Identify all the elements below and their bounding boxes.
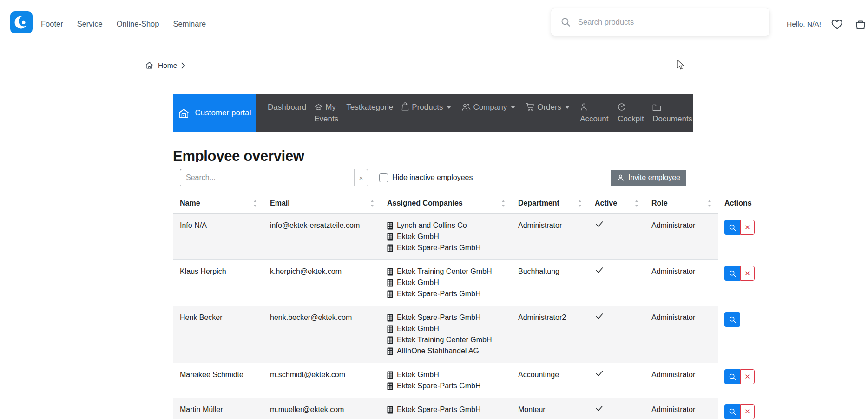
portal-nav-item-cockpit[interactable]: Cockpit	[618, 101, 644, 125]
caret-down-icon	[511, 106, 515, 109]
building-icon	[387, 244, 393, 252]
name-cell: Martin Müller	[173, 398, 263, 419]
wishlist-button[interactable]	[831, 0, 844, 48]
company-name: Ektek Training Center GmbH	[397, 266, 492, 277]
delete-employee-button[interactable]: ✕	[740, 266, 755, 281]
action-buttons: ✕	[724, 220, 755, 235]
active-cell	[588, 398, 645, 419]
view-employee-button[interactable]	[724, 220, 740, 235]
view-employee-button[interactable]	[724, 369, 740, 384]
action-buttons: ✕	[724, 404, 755, 419]
role-cell: Administrator	[645, 213, 718, 260]
column-header-department[interactable]: Department	[512, 193, 588, 214]
companies-cell: Ektek Spare-Parts GmbH	[381, 398, 512, 419]
portal-nav-item-label: Documents	[652, 114, 692, 123]
portal-nav-item-label: Testkategorie	[346, 103, 393, 112]
portal-nav-item-my-events[interactable]: My Events	[314, 101, 338, 125]
name-cell: Info N/A	[173, 213, 263, 260]
invite-employee-button[interactable]: Invite employee	[611, 170, 686, 186]
building-icon	[387, 233, 393, 241]
building-icon	[387, 371, 393, 379]
role-cell: Administrator	[645, 398, 718, 419]
product-search-input[interactable]	[577, 17, 769, 27]
company-name: AllInOne Stahlhandel AG	[397, 346, 479, 357]
company-name: Ektek GmbH	[397, 323, 439, 334]
name-cell: Klaus Herpich	[173, 260, 263, 306]
building-icon	[387, 279, 393, 287]
column-header-assigned-companies[interactable]: Assigned Companies	[381, 193, 512, 214]
company-item: AllInOne Stahlhandel AG	[387, 346, 505, 357]
sort-icon	[635, 200, 638, 207]
people-icon	[461, 103, 471, 111]
portal-nav-items: DashboardMy EventsTestkategorieProductsC…	[256, 94, 694, 132]
portal-nav-item-company[interactable]: Company	[461, 101, 518, 113]
company-item: Ektek Spare-Parts GmbH	[387, 312, 505, 323]
portal-nav-item-label: Cockpit	[618, 114, 644, 123]
home-icon[interactable]	[145, 61, 154, 70]
portal-nav-item-label: Products	[412, 103, 443, 112]
clear-search-button[interactable]: ×	[354, 169, 368, 186]
building-icon	[387, 222, 393, 230]
check-icon	[595, 404, 604, 412]
column-header-role[interactable]: Role	[645, 193, 718, 214]
folder-icon	[652, 104, 661, 111]
cart-button[interactable]	[854, 0, 867, 48]
portal-nav-item-account[interactable]: Account	[580, 101, 610, 125]
action-buttons: ✕	[724, 266, 755, 281]
column-label: Department	[518, 199, 559, 207]
name-cell: Henk Becker	[173, 306, 263, 363]
view-employee-button[interactable]	[724, 312, 740, 327]
column-label: Email	[270, 199, 290, 207]
column-header-email[interactable]: Email	[263, 193, 381, 214]
employee-search-input[interactable]	[180, 169, 355, 186]
shop-logo[interactable]	[10, 11, 33, 33]
portal-nav-item-orders[interactable]: Orders	[526, 101, 572, 113]
column-label: Role	[651, 199, 668, 207]
shopping-bag-icon	[854, 18, 867, 31]
building-icon	[387, 347, 393, 355]
active-cell	[588, 213, 645, 260]
company-name: Ektek Spare-Parts GmbH	[397, 380, 481, 392]
breadcrumb-home-link[interactable]: Home	[158, 61, 177, 70]
greeting-text: Hello, N/A!	[787, 0, 821, 48]
tab-customer-portal[interactable]: Customer portal	[173, 94, 256, 132]
cart-icon	[526, 102, 535, 111]
check-icon	[595, 312, 604, 320]
nav-link-seminare[interactable]: Seminare	[173, 20, 206, 28]
company-name: Ektek Training Center GmbH	[397, 334, 492, 346]
portal-nav-item-documents[interactable]: Documents	[652, 101, 694, 125]
column-header-name[interactable]: Name	[173, 193, 263, 214]
portal-nav-item-products[interactable]: Products	[401, 101, 454, 113]
view-employee-button[interactable]	[724, 266, 740, 281]
employee-card: × Hide inactive employees Invite employe…	[173, 162, 693, 419]
building-icon	[387, 268, 393, 276]
magnifier-icon	[729, 408, 736, 416]
column-header-active[interactable]: Active	[588, 193, 645, 214]
employee-table: NameEmailAssigned CompaniesDepartmentAct…	[173, 193, 718, 419]
portal-nav-item-dashboard[interactable]: Dashboard	[268, 101, 306, 113]
company-item: Lynch and Collins Co	[387, 220, 505, 231]
active-cell	[588, 306, 645, 363]
nav-link-online-shop[interactable]: Online-Shop	[117, 20, 159, 28]
nav-link-service[interactable]: Service	[77, 20, 103, 28]
company-item: Ektek Spare-Parts GmbH	[387, 288, 505, 299]
table-body: Info N/Ainfo@ektek-ersatzteile.comLynch …	[173, 213, 718, 419]
portal-nav-item-testkategorie[interactable]: Testkategorie	[346, 101, 393, 113]
view-employee-button[interactable]	[724, 404, 740, 419]
nav-link-footer[interactable]: Footer	[41, 20, 63, 28]
check-icon	[595, 220, 604, 228]
invite-person-icon	[617, 174, 625, 182]
hide-inactive-checkbox[interactable]	[379, 173, 388, 182]
delete-employee-button[interactable]: ✕	[740, 404, 755, 419]
active-cell	[588, 363, 645, 398]
companies-cell: Ektek Spare-Parts GmbHEktek GmbHEktek Tr…	[381, 306, 512, 363]
sort-icon	[708, 200, 711, 207]
sort-icon	[253, 200, 257, 207]
company-item: Ektek Spare-Parts GmbH	[387, 380, 505, 392]
delete-employee-button[interactable]: ✕	[740, 220, 755, 235]
company-item: Ektek Spare-Parts GmbH	[387, 404, 505, 415]
company-item: Ektek Training Center GmbH	[387, 266, 505, 277]
hide-inactive-label[interactable]: Hide inactive employees	[392, 173, 473, 182]
magnifier-icon	[729, 224, 736, 232]
delete-employee-button[interactable]: ✕	[740, 369, 755, 384]
